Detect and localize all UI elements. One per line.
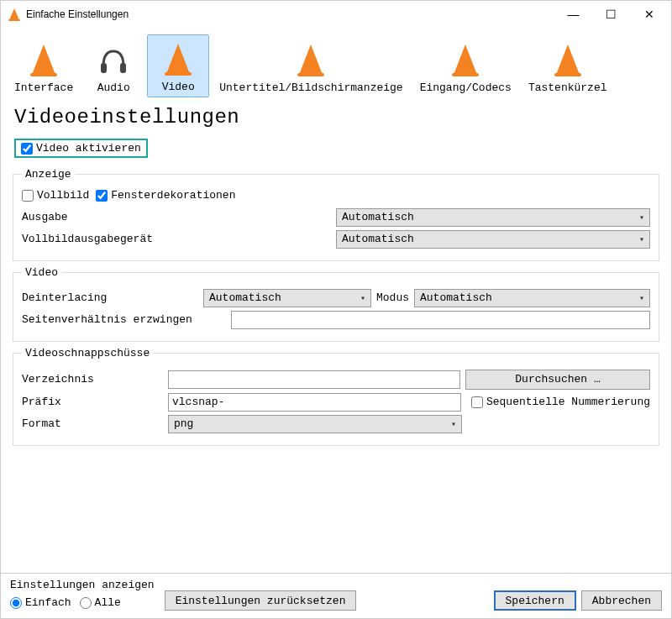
fullscreen-device-combo[interactable]: Automatisch bbox=[336, 230, 650, 249]
tab-interface[interactable]: Interface bbox=[8, 36, 80, 97]
cone-gears-icon bbox=[544, 41, 591, 78]
snapshot-format-combo[interactable]: png bbox=[168, 415, 462, 433]
cone-disc-icon bbox=[442, 41, 489, 78]
tab-video[interactable]: Video bbox=[147, 34, 209, 97]
tab-hotkeys[interactable]: Tastenkürzel bbox=[522, 36, 614, 97]
headphones-icon bbox=[90, 41, 137, 78]
snapshot-dir-label: Verzeichnis bbox=[22, 373, 163, 386]
browse-button[interactable]: Durchsuchen … bbox=[465, 370, 650, 390]
aspect-ratio-input[interactable] bbox=[231, 311, 650, 329]
show-settings-label: Einstellungen anzeigen bbox=[10, 579, 155, 591]
deinterlacing-combo[interactable]: Automatisch bbox=[203, 289, 371, 307]
tab-audio[interactable]: Audio bbox=[83, 36, 144, 97]
group-snapshots: Videoschnappschüsse Verzeichnis Durchsuc… bbox=[13, 347, 659, 446]
svg-rect-1 bbox=[120, 63, 126, 73]
fullscreen-device-label: Vollbildausgabegerät bbox=[22, 233, 331, 245]
window-decorations-label: Fensterdekorationen bbox=[111, 189, 235, 202]
deinterlacing-label: Deinterlacing bbox=[22, 291, 198, 304]
show-settings-group: Einstellungen anzeigen Einfach Alle bbox=[10, 579, 155, 611]
sequential-numbering-label: Sequentielle Nummerierung bbox=[486, 396, 650, 408]
cancel-button[interactable]: Abbrechen bbox=[581, 590, 662, 611]
group-display: Anzeige Vollbild Fensterdekorationen Aus… bbox=[13, 168, 659, 261]
cone-speech-icon bbox=[287, 41, 334, 78]
window-title: Einfache Einstellungen bbox=[26, 8, 554, 20]
window-decorations-checkbox[interactable] bbox=[96, 190, 108, 202]
vlc-app-icon bbox=[8, 8, 21, 21]
deinterlacing-mode-label: Modus bbox=[376, 291, 409, 304]
bottom-bar: Einstellungen anzeigen Einfach Alle Eins… bbox=[0, 573, 672, 619]
aspect-ratio-label: Seitenverhältnis erzwingen bbox=[22, 313, 226, 326]
deinterlacing-mode-combo[interactable]: Automatisch bbox=[414, 289, 650, 307]
output-combo[interactable]: Automatisch bbox=[336, 208, 650, 227]
cone-icon bbox=[20, 41, 67, 78]
snapshot-prefix-input[interactable] bbox=[168, 393, 461, 412]
save-button[interactable]: Speichern bbox=[494, 590, 576, 611]
video-activate-checkbox[interactable] bbox=[21, 143, 33, 155]
minimize-button[interactable]: — bbox=[554, 3, 592, 26]
show-all-radio[interactable] bbox=[80, 597, 92, 609]
category-tabs: Interface Audio Video Untertitel/Bildsch… bbox=[1, 28, 671, 97]
video-activate-highlight: Video aktivieren bbox=[14, 139, 148, 158]
group-display-legend: Anzeige bbox=[22, 168, 75, 181]
snapshot-dir-input[interactable] bbox=[168, 370, 460, 389]
fullscreen-checkbox[interactable] bbox=[22, 190, 34, 202]
video-activate-label: Video aktivieren bbox=[36, 142, 141, 155]
group-video-legend: Video bbox=[22, 266, 61, 279]
svg-rect-0 bbox=[101, 63, 107, 73]
group-video: Video Deinterlacing Automatisch Modus Au… bbox=[13, 266, 659, 342]
maximize-button[interactable]: ☐ bbox=[592, 3, 630, 26]
tab-input-codecs[interactable]: Eingang/Codecs bbox=[413, 36, 518, 97]
cone-glasses-icon bbox=[155, 40, 202, 77]
show-simple-radio[interactable] bbox=[10, 597, 22, 609]
sequential-numbering-checkbox[interactable] bbox=[471, 396, 483, 408]
group-snapshots-legend: Videoschnappschüsse bbox=[22, 347, 153, 359]
output-label: Ausgabe bbox=[22, 211, 331, 223]
fullscreen-label: Vollbild bbox=[37, 189, 89, 202]
page-title: Videoeinstellungen bbox=[14, 106, 659, 129]
reset-button[interactable]: Einstellungen zurücksetzen bbox=[165, 590, 357, 611]
close-button[interactable]: ✕ bbox=[630, 3, 668, 26]
titlebar: Einfache Einstellungen — ☐ ✕ bbox=[1, 1, 671, 28]
tab-subtitles[interactable]: Untertitel/Bildschirmanzeige bbox=[213, 36, 409, 97]
snapshot-prefix-label: Präfix bbox=[22, 396, 163, 408]
snapshot-format-label: Format bbox=[22, 417, 163, 430]
settings-pane: Videoeinstellungen Video aktivieren Anze… bbox=[1, 106, 671, 446]
